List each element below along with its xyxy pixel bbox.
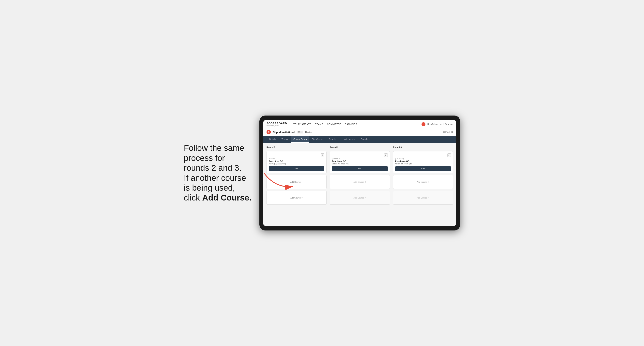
hosting-badge: Hosting (305, 131, 312, 133)
nav-tournaments[interactable]: TOURNAMENTS (293, 123, 311, 125)
user-avatar (422, 122, 426, 126)
round-1-card-icon[interactable]: ⟳ (321, 153, 324, 157)
content-area: Round 1 ⟳ (Course A) Peachtree GC Yellow… (263, 143, 456, 226)
round-2-card-icon[interactable]: ⟳ (384, 153, 388, 157)
round-2-course-details: Yellow (M) (6629 yds) (332, 163, 388, 165)
tab-teams[interactable]: Teams (279, 136, 290, 143)
top-navigation: SCOREBOARD Powered by clippd TOURNAMENTS… (263, 120, 456, 128)
round-3-column: Round 3 ⟳ (Course A) Peachtree GC Yellow… (393, 146, 453, 205)
round-3-header: Round 3 (393, 146, 453, 149)
tablet-device: SCOREBOARD Powered by clippd TOURNAMENTS… (260, 116, 460, 230)
round-3-add-course-card[interactable]: Add Course + (393, 175, 453, 189)
cancel-button[interactable]: Cancel ✕ (443, 131, 453, 134)
tournament-name: Clippd Invitational (273, 131, 295, 134)
men-badge: Men (297, 131, 303, 134)
round-1-header: Round 1 (266, 146, 326, 149)
round-2-edit-button[interactable]: Edit (332, 167, 388, 171)
nav-links: TOURNAMENTS TEAMS COMMITTEE RANKINGS (293, 123, 417, 125)
nav-teams[interactable]: TEAMS (315, 123, 323, 125)
round-1-add-course-text-2: Add Course + (290, 196, 303, 199)
user-email: blair@clippd.io (427, 123, 441, 125)
round-3-edit-button[interactable]: Edit (395, 167, 451, 171)
round-2-column: Round 2 ⟳ (Course A) Peachtree GC Yellow… (330, 146, 390, 205)
tab-course-setup[interactable]: Course Setup (290, 136, 309, 143)
round-2-add-course-card-2: Add Course + (330, 191, 390, 205)
round-1-course-details: Yellow (M) (6629 yds) (269, 163, 324, 165)
round-1-edit-button[interactable]: Edit (269, 167, 324, 171)
round-2-card-header: ⟳ (332, 153, 388, 157)
logo-area: SCOREBOARD Powered by clippd (266, 122, 287, 127)
tab-tee-groups[interactable]: Tee Groups (309, 136, 326, 143)
round-1-add-course-card-2[interactable]: Add Course + (266, 191, 326, 205)
clippd-icon: C (266, 130, 271, 134)
round-1-column: Round 1 ⟳ (Course A) Peachtree GC Yellow… (266, 146, 326, 205)
round-2-add-course-plus-2: + (365, 196, 366, 199)
round-2-header: Round 2 (330, 146, 390, 149)
round-2-course-name: Peachtree GC (332, 160, 388, 163)
tab-leaderboards[interactable]: Leaderboards (339, 136, 358, 143)
cancel-x-icon: ✕ (451, 131, 453, 134)
round-3-course-label: (Course A) (395, 158, 451, 160)
round-1-add-course-plus: + (302, 180, 303, 183)
round-1-course-name: Peachtree GC (269, 160, 324, 163)
round-3-add-course-plus: + (428, 180, 430, 183)
tab-bar: Details Teams Course Setup Tee Groups Re… (263, 136, 456, 143)
tab-printables[interactable]: Printables (358, 136, 373, 143)
tab-results[interactable]: Results (326, 136, 339, 143)
logo-scoreboard: SCOREBOARD (266, 122, 287, 125)
round-1-course-card: ⟳ (Course A) Peachtree GC Yellow (M) (66… (266, 151, 326, 173)
round-3-course-details: Yellow (M) (6629 yds) (395, 163, 451, 165)
sub-header: C Clippd Invitational Men Hosting Cancel… (263, 128, 456, 136)
nav-rankings[interactable]: RANKINGS (345, 123, 357, 125)
separator: | (443, 123, 444, 125)
round-2-add-course-text: Add Course + (354, 180, 366, 183)
annotation-text: Follow the same process for rounds 2 and… (184, 143, 252, 203)
round-1-add-course-text: Add Course + (290, 180, 303, 183)
round-2-add-course-text-2: Add Course + (354, 196, 366, 199)
round-2-add-course-plus: + (365, 180, 366, 183)
page-wrapper: Follow the same process for rounds 2 and… (184, 116, 460, 230)
round-1-course-label: (Course A) (269, 158, 324, 160)
sign-out-link[interactable]: Sign out (445, 123, 453, 125)
nav-committee[interactable]: COMMITTEE (327, 123, 341, 125)
round-3-add-course-plus-2: + (428, 196, 430, 199)
card-header: ⟳ (269, 153, 324, 157)
round-3-add-course-text: Add Course + (417, 180, 430, 183)
round-1-add-course-plus-2: + (302, 196, 303, 199)
sub-header-left: C Clippd Invitational Men Hosting (266, 130, 312, 134)
round-3-course-card: ⟳ (Course A) Peachtree GC Yellow (M) (66… (393, 151, 453, 173)
round-3-add-course-card-2: Add Course + (393, 191, 453, 205)
round-1-add-course-card[interactable]: Add Course + (266, 175, 326, 189)
logo-powered: Powered by clippd (266, 125, 287, 127)
round-3-course-name: Peachtree GC (395, 160, 451, 163)
tab-details[interactable]: Details (266, 136, 279, 143)
tablet-screen: SCOREBOARD Powered by clippd TOURNAMENTS… (263, 120, 456, 226)
round-3-card-icon[interactable]: ⟳ (447, 153, 451, 157)
round-2-course-card: ⟳ (Course A) Peachtree GC Yellow (M) (66… (330, 151, 390, 173)
round-3-card-header: ⟳ (395, 153, 451, 157)
rounds-container: Round 1 ⟳ (Course A) Peachtree GC Yellow… (266, 146, 453, 205)
round-3-add-course-text-2: Add Course + (417, 196, 430, 199)
round-2-course-label: (Course A) (332, 158, 388, 160)
nav-right: blair@clippd.io | Sign out (422, 122, 453, 126)
round-2-add-course-card[interactable]: Add Course + (330, 175, 390, 189)
